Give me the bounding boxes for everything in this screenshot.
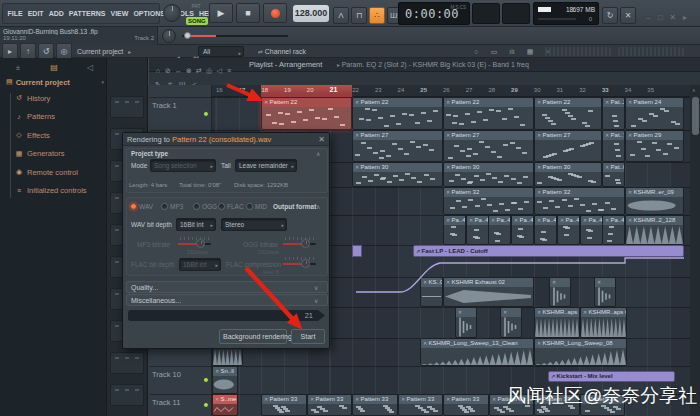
main-volume-knob[interactable] — [163, 4, 181, 22]
format-radio-mid[interactable] — [246, 203, 253, 210]
automation-clip[interactable]: Fast LP - LEAD - Cutoff — [413, 245, 684, 257]
menu-edit[interactable]: EDIT — [25, 10, 46, 17]
menu-view[interactable]: VIEW — [108, 10, 131, 17]
pattern-clip[interactable]: Pattern 32 — [443, 187, 534, 215]
pattern-clip[interactable]: Pattern 33 — [352, 394, 398, 416]
menu-options[interactable]: OPTIONS — [131, 10, 168, 17]
countdown-icon[interactable]: ∴ — [369, 7, 385, 24]
audio-clip[interactable]: KS..06 — [420, 277, 443, 307]
audio-clip[interactable]: KSHMR_Long_Sweep_08 — [534, 338, 627, 366]
audio-clip[interactable]: KSHMR Exhaust 02 — [443, 277, 534, 307]
mp3-bitrate-slider[interactable] — [178, 237, 211, 249]
refresh-icon[interactable]: ↻ — [602, 7, 618, 24]
pattern-clip[interactable]: Pat..7 — [602, 130, 625, 162]
pattern-clip[interactable]: Pat..0 — [602, 162, 625, 187]
play-button[interactable]: ▶ — [209, 3, 233, 23]
sidebar-item-generators[interactable]: ▦Generators — [14, 147, 65, 161]
pattern-clip[interactable]: Pattern 22 — [352, 97, 443, 130]
audio-clip[interactable] — [500, 307, 522, 338]
pattern-clip[interactable]: Pattern 29 — [625, 130, 684, 162]
menu-add[interactable]: ADD — [46, 10, 66, 17]
track-mute-dot[interactable] — [203, 377, 209, 383]
wait-input-icon[interactable]: ⊓ — [351, 7, 367, 24]
pattern-clip[interactable]: Pa..4 — [580, 215, 603, 245]
rack-channel-cell[interactable] — [110, 96, 144, 118]
sidebar-item-initialized-controls[interactable]: ≡Initialized controls — [14, 184, 87, 198]
knob-icon[interactable]: ○ — [468, 46, 484, 57]
crossover-icon[interactable]: ✕ — [620, 7, 636, 24]
shuffle-slider[interactable] — [182, 35, 288, 37]
playlist-titlebar[interactable]: ∩⊘↔⊗⇄◎◁≡ Playlist - Arrangement Param. E… — [149, 58, 700, 72]
pat-song-switch[interactable]: PATSONG — [186, 3, 206, 24]
zoom-tool-icon[interactable]: ◎ — [204, 65, 214, 77]
sidebar-item-effects[interactable]: ◇Effects — [14, 128, 50, 142]
record-button[interactable] — [263, 3, 287, 23]
pattern-clip[interactable]: Pattern 27 — [352, 130, 443, 162]
collapse-icon[interactable]: ∧ — [316, 150, 320, 157]
automation-clip[interactable]: S..me — [212, 394, 238, 416]
scrollbar-thumb[interactable] — [692, 97, 699, 135]
menu-file[interactable]: FILE — [5, 10, 25, 17]
audio-clip[interactable] — [455, 307, 477, 338]
pattern-clip[interactable]: Pattern 22 — [443, 97, 534, 130]
browser-nav-label[interactable]: Current project — [77, 48, 123, 55]
pattern-clip[interactable]: Pattern 32 — [534, 187, 625, 215]
pattern-clip[interactable]: Pattern 27 — [534, 130, 602, 162]
pattern-clip[interactable]: Pa..4 — [602, 215, 625, 245]
secondary-knob[interactable] — [162, 29, 176, 43]
pattern-clip[interactable]: Pattern 30 — [534, 162, 602, 187]
track-name[interactable]: Track 10 — [152, 370, 181, 379]
pattern-clip[interactable]: Pattern 33 — [261, 394, 307, 416]
rack-filter-selector[interactable]: All — [198, 46, 244, 57]
collapse-icon[interactable]: ∧ — [316, 203, 320, 210]
flac-depth-combo[interactable]: 16Bit int — [179, 258, 221, 271]
start-button[interactable]: Start — [291, 329, 325, 344]
pattern-clip[interactable]: Pattern 33 — [443, 394, 489, 416]
flac-comp-slider[interactable] — [283, 257, 316, 269]
wav-depth-combo[interactable]: 16Bit int — [176, 218, 216, 231]
format-radio-mp3[interactable] — [161, 203, 168, 210]
tempo-display[interactable]: 128.000 — [293, 5, 329, 22]
pattern-clip[interactable]: Pa..4 — [488, 215, 511, 245]
automation-clip[interactable] — [352, 245, 362, 257]
pattern-clip[interactable]: Pattern 27 — [443, 130, 534, 162]
quality-expander[interactable]: Quality... — [126, 281, 328, 293]
expand-icon[interactable]: ∨ — [314, 297, 318, 304]
audio-clip[interactable]: KSHMR..er_09 — [625, 187, 684, 215]
pattern-clip[interactable]: Pattern 22 — [534, 97, 602, 130]
pattern-clip[interactable]: Pattern 30 — [352, 162, 443, 187]
menu-icon[interactable]: ≡ — [224, 65, 234, 77]
browser-root-item[interactable]: ▤ Current project ▾ — [6, 75, 104, 89]
rack-channel-cell[interactable] — [110, 384, 144, 406]
play-marker-icon[interactable]: ◁ — [214, 65, 224, 77]
mode-combo[interactable]: Song selection — [150, 159, 216, 172]
menu-patterns[interactable]: PATTERNS — [66, 10, 108, 17]
track-mute-dot[interactable] — [203, 402, 209, 408]
background-rendering-button[interactable]: Background rendering — [219, 329, 287, 344]
misc-expander[interactable]: Miscellaneous... — [126, 294, 328, 306]
more-icon[interactable]: ▸ — [680, 10, 690, 27]
pattern-clip[interactable]: Pa..4 — [534, 215, 557, 245]
audio-clip[interactable]: KSHMR..aps 01 — [580, 307, 627, 338]
close-icon[interactable]: ✕ — [667, 10, 678, 27]
pattern-clip[interactable]: Pat..2 — [602, 97, 625, 130]
wav-channels-combo[interactable]: Stereo — [221, 218, 287, 231]
pattern-clip[interactable]: Pa..4 — [511, 215, 534, 245]
audio-clip[interactable]: KSHMR..2_128 — [625, 215, 684, 245]
audio-clip[interactable]: KSHMR_Long_Sweep_13_Clean — [420, 338, 534, 366]
vertical-scrollbar[interactable]: ∧ — [690, 85, 700, 416]
pattern-clip[interactable]: Pa..4 — [466, 215, 489, 245]
timeline-ruler[interactable]: 1617181920212223242526272829303132333435 — [212, 85, 690, 97]
format-radio-wav[interactable] — [130, 203, 137, 210]
graph-mode-icon[interactable]: ılı — [504, 46, 520, 57]
rack-channel-cell[interactable] — [110, 352, 144, 374]
audio-clip[interactable] — [594, 277, 616, 307]
audio-clip[interactable]: KSHMR..aps 01 — [534, 307, 580, 338]
stop-button[interactable]: ■ — [236, 3, 260, 23]
metronome-icon[interactable]: Λ — [333, 7, 349, 24]
pattern-clip[interactable]: Pa..4 — [557, 215, 580, 245]
expand-icon[interactable]: ∨ — [314, 284, 318, 291]
format-radio-flac[interactable] — [218, 203, 225, 210]
pattern-clip[interactable]: Pa..4 — [443, 215, 466, 245]
pattern-clip[interactable]: Pattern 22 — [261, 97, 352, 130]
